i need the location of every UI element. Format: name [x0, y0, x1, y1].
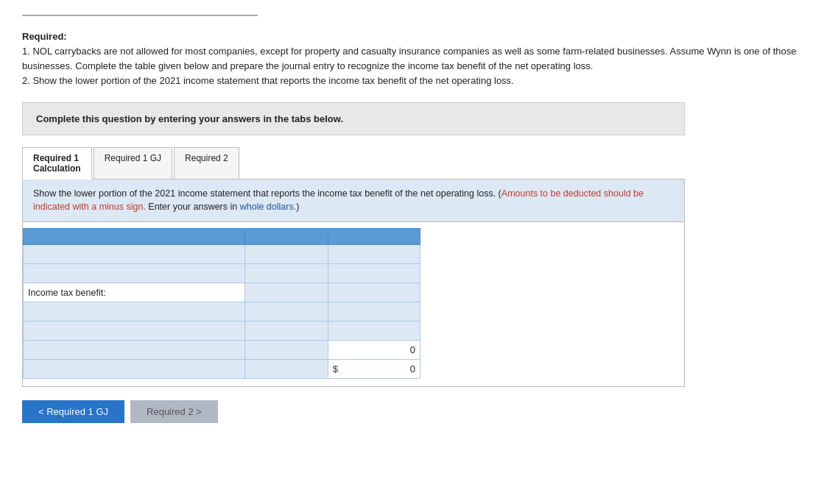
row6-mid-input[interactable]	[250, 345, 323, 355]
prev-button[interactable]: < Required 1 GJ	[22, 400, 124, 423]
row5-right-cell	[328, 322, 420, 341]
row5-mid-cell	[244, 322, 328, 341]
tab-instructions: Show the lower portion of the 2021 incom…	[23, 180, 684, 223]
row5-right-input[interactable]	[333, 326, 415, 336]
row4-label-input[interactable]	[28, 307, 240, 317]
row6-right-cell: 0	[328, 341, 420, 360]
table-row-total: $ 0	[24, 360, 420, 379]
income-tax-right-input[interactable]	[333, 288, 415, 298]
row7-right-cell: $ 0	[328, 360, 420, 379]
tab-required2[interactable]: Required 2	[174, 147, 239, 179]
col-header-mid	[244, 229, 328, 245]
row7-zero: 0	[410, 363, 415, 375]
required-section: Required: 1. NOL carrybacks are not allo…	[22, 29, 802, 89]
row6-zero: 0	[410, 344, 415, 355]
blue-instruction: whole dollars.	[240, 202, 296, 212]
tab-required1-gj[interactable]: Required 1 GJ	[94, 147, 172, 179]
income-tax-mid-cell	[244, 283, 328, 302]
table-row	[24, 264, 420, 283]
top-divider	[22, 15, 258, 16]
row1-label-input[interactable]	[28, 249, 240, 260]
row6-label-cell	[24, 341, 245, 360]
row5-label-input[interactable]	[28, 326, 240, 336]
row4-right-input[interactable]	[333, 307, 415, 317]
dollar-value-cell: $ 0	[333, 363, 415, 375]
income-tax-right-cell	[328, 283, 420, 302]
row1-right-input[interactable]	[333, 249, 415, 260]
row2-mid-input[interactable]	[250, 269, 323, 279]
income-tax-mid-input[interactable]	[250, 288, 323, 298]
income-tax-label-cell: Income tax benefit:	[24, 283, 245, 302]
table-row	[24, 302, 420, 322]
red-instruction: Amounts to be deducted should be indicat…	[33, 188, 644, 213]
row1-mid-cell	[244, 245, 328, 264]
row6-mid-cell	[244, 341, 328, 360]
row7-mid-cell	[244, 360, 328, 379]
row5-label-cell	[24, 322, 245, 341]
row2-mid-cell	[244, 264, 328, 283]
point1-text: 1. NOL carrybacks are not allowed for mo…	[22, 46, 796, 71]
row4-mid-input[interactable]	[250, 307, 323, 317]
income-tax-label: Income tax benefit:	[28, 288, 106, 298]
table-header-row	[24, 229, 420, 245]
row1-mid-input[interactable]	[250, 249, 323, 260]
table-row: 0	[24, 341, 420, 360]
instruction-box: Complete this question by entering your …	[22, 102, 685, 135]
table-wrapper: Income tax benefit:	[23, 222, 684, 386]
table-row	[24, 245, 420, 264]
row7-label-input[interactable]	[28, 364, 240, 375]
instruction-box-text: Complete this question by entering your …	[36, 113, 343, 124]
row2-label-input[interactable]	[28, 269, 240, 279]
dollar-sign: $	[333, 363, 338, 375]
col-header-right	[328, 229, 420, 245]
row7-mid-input[interactable]	[250, 364, 323, 375]
col-header-label	[24, 229, 245, 245]
row1-right-cell	[328, 245, 420, 264]
table-row	[24, 322, 420, 341]
tab-content: Show the lower portion of the 2021 incom…	[22, 180, 685, 388]
row5-mid-input[interactable]	[250, 326, 323, 336]
point2-text: 2. Show the lower portion of the 2021 in…	[22, 75, 514, 86]
row6-label-input[interactable]	[28, 345, 240, 355]
row2-right-cell	[328, 264, 420, 283]
tabs-container: Required 1Calculation Required 1 GJ Requ…	[22, 147, 685, 180]
tab-required1-calculation[interactable]: Required 1Calculation	[22, 147, 92, 180]
required-label: Required:	[22, 31, 67, 42]
table-row-income-tax: Income tax benefit:	[24, 283, 420, 302]
next-button[interactable]: Required 2 >	[130, 400, 218, 423]
row4-mid-cell	[244, 302, 328, 322]
row4-label-cell	[24, 302, 245, 322]
income-statement-table: Income tax benefit:	[23, 228, 420, 379]
navigation-buttons: < Required 1 GJ Required 2 >	[22, 400, 802, 423]
row7-label-cell	[24, 360, 245, 379]
row2-label-cell	[24, 264, 245, 283]
row1-label-cell	[24, 245, 245, 264]
row4-right-cell	[328, 302, 420, 322]
row2-right-input[interactable]	[333, 269, 415, 279]
